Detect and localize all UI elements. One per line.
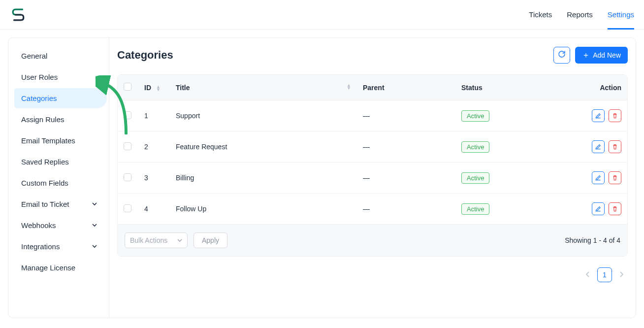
sidebar-item-label: Categories bbox=[21, 94, 57, 102]
delete-button[interactable] bbox=[609, 171, 621, 184]
edit-icon bbox=[595, 112, 602, 119]
select-all-checkbox[interactable] bbox=[124, 83, 131, 91]
delete-button[interactable] bbox=[609, 140, 621, 153]
column-header-action: Action bbox=[600, 84, 621, 92]
cell-title: Follow Up bbox=[170, 194, 357, 225]
delete-button[interactable] bbox=[609, 202, 621, 215]
prev-page-button[interactable] bbox=[583, 269, 592, 281]
chevron-down-icon bbox=[92, 222, 97, 229]
sidebar-item-custom-fields[interactable]: Custom Fields bbox=[14, 173, 104, 193]
cell-id: 3 bbox=[138, 163, 170, 194]
showing-text: Showing 1 - 4 of 4 bbox=[565, 236, 620, 244]
chevron-down-icon bbox=[92, 243, 97, 250]
edit-button[interactable] bbox=[592, 140, 605, 153]
trash-icon bbox=[612, 143, 618, 150]
status-badge: Active bbox=[461, 172, 489, 184]
chevron-left-icon bbox=[585, 271, 590, 279]
add-new-button[interactable]: ＋ Add New bbox=[575, 47, 628, 64]
edit-button[interactable] bbox=[592, 171, 605, 184]
app-logo bbox=[10, 6, 27, 23]
row-checkbox[interactable] bbox=[124, 142, 131, 150]
cell-parent: — bbox=[357, 194, 455, 225]
sidebar-item-label: General bbox=[21, 52, 47, 60]
edit-button[interactable] bbox=[592, 109, 605, 122]
cell-title: Billing bbox=[170, 163, 357, 194]
add-new-label: Add New bbox=[593, 51, 621, 59]
status-badge: Active bbox=[461, 141, 489, 153]
sidebar-item-label: Manage License bbox=[21, 263, 75, 272]
plus-icon: ＋ bbox=[582, 51, 590, 59]
edit-icon bbox=[595, 174, 602, 181]
sidebar-item-general[interactable]: General bbox=[14, 46, 104, 66]
column-header-parent: Parent bbox=[363, 84, 385, 92]
main-content: Categories ＋ Add New bbox=[109, 38, 636, 318]
chevron-down-icon bbox=[92, 201, 97, 208]
bulk-actions-select[interactable]: Bulk Actions bbox=[125, 232, 188, 248]
sidebar-item-manage-license[interactable]: Manage License bbox=[14, 258, 104, 278]
row-checkbox[interactable] bbox=[124, 204, 131, 212]
cell-title: Feature Request bbox=[170, 131, 357, 163]
sidebar-item-email-to-ticket[interactable]: Email to Ticket bbox=[14, 194, 104, 214]
trash-icon bbox=[612, 174, 618, 181]
nav-settings[interactable]: Settings bbox=[608, 0, 634, 30]
edit-button[interactable] bbox=[592, 202, 605, 215]
cell-title: Support bbox=[170, 100, 357, 131]
sidebar-item-label: Custom Fields bbox=[21, 179, 68, 187]
categories-table: ID ▲▼ Title ▲▼ Parent Status bbox=[117, 74, 628, 257]
refresh-icon bbox=[557, 50, 566, 61]
chevron-down-icon bbox=[177, 236, 182, 244]
refresh-button[interactable] bbox=[553, 47, 570, 64]
sidebar-item-categories[interactable]: Categories bbox=[14, 88, 107, 108]
table-row: 4 Follow Up — Active bbox=[118, 194, 627, 225]
table-row: 3 Billing — Active bbox=[118, 163, 627, 194]
row-checkbox[interactable] bbox=[124, 111, 131, 119]
column-header-id[interactable]: ID bbox=[144, 84, 151, 92]
apply-button[interactable]: Apply bbox=[193, 232, 227, 248]
sidebar-item-label: Saved Replies bbox=[21, 158, 69, 166]
column-header-title[interactable]: Title bbox=[176, 84, 190, 92]
edit-icon bbox=[595, 143, 602, 150]
chevron-right-icon bbox=[619, 271, 624, 279]
next-page-button[interactable] bbox=[617, 269, 626, 281]
sidebar-item-label: User Roles bbox=[21, 73, 58, 81]
page-number-current[interactable]: 1 bbox=[597, 267, 612, 282]
delete-button[interactable] bbox=[609, 109, 621, 122]
nav-tickets[interactable]: Tickets bbox=[529, 0, 552, 30]
page-title: Categories bbox=[117, 49, 173, 62]
nav-reports[interactable]: Reports bbox=[567, 0, 593, 30]
sidebar-item-email-templates[interactable]: Email Templates bbox=[14, 131, 104, 151]
sidebar-item-saved-replies[interactable]: Saved Replies bbox=[14, 152, 104, 172]
sidebar-item-label: Email to Ticket bbox=[21, 200, 69, 208]
table-row: 1 Support — Active bbox=[118, 100, 627, 131]
table-footer: Bulk Actions Apply Showing 1 - 4 of 4 bbox=[118, 224, 627, 256]
edit-icon bbox=[595, 205, 602, 212]
sidebar-item-label: Assign Rules bbox=[21, 115, 64, 124]
sidebar-item-integrations[interactable]: Integrations bbox=[14, 236, 104, 257]
table-row: 2 Feature Request — Active bbox=[118, 131, 627, 163]
cell-id: 2 bbox=[138, 131, 170, 163]
cell-id: 4 bbox=[138, 194, 170, 225]
cell-parent: — bbox=[357, 163, 455, 194]
sidebar-item-label: Email Templates bbox=[21, 136, 75, 145]
cell-parent: — bbox=[357, 100, 455, 131]
sidebar-item-assign-rules[interactable]: Assign Rules bbox=[14, 109, 104, 130]
settings-sidebar: General User Roles Categories Assign Rul… bbox=[8, 38, 109, 318]
sort-icon[interactable]: ▲▼ bbox=[156, 85, 161, 91]
sort-icon[interactable]: ▲▼ bbox=[347, 84, 351, 90]
trash-icon bbox=[612, 112, 618, 119]
status-badge: Active bbox=[461, 110, 489, 122]
sidebar-item-user-roles[interactable]: User Roles bbox=[14, 67, 104, 87]
pagination: 1 bbox=[117, 267, 628, 282]
bulk-actions-label: Bulk Actions bbox=[130, 236, 167, 244]
sidebar-item-webhooks[interactable]: Webhooks bbox=[14, 215, 104, 235]
status-badge: Active bbox=[461, 203, 489, 215]
top-nav: Tickets Reports Settings bbox=[529, 0, 634, 29]
cell-id: 1 bbox=[138, 100, 170, 131]
sidebar-item-label: Integrations bbox=[21, 242, 60, 251]
topbar: Tickets Reports Settings bbox=[0, 0, 644, 30]
column-header-status: Status bbox=[461, 84, 483, 92]
trash-icon bbox=[612, 205, 618, 212]
cell-parent: — bbox=[357, 131, 455, 163]
sidebar-item-label: Webhooks bbox=[21, 221, 56, 230]
row-checkbox[interactable] bbox=[124, 173, 131, 181]
